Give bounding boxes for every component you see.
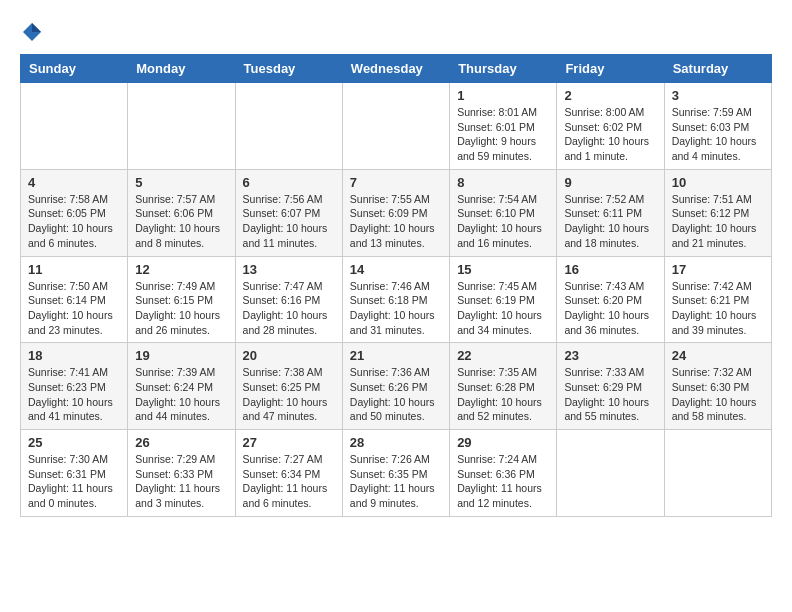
calendar-week-row: 18Sunrise: 7:41 AM Sunset: 6:23 PM Dayli… (21, 343, 772, 430)
day-number: 10 (672, 175, 764, 190)
day-number: 8 (457, 175, 549, 190)
calendar-cell (21, 83, 128, 170)
day-info: Sunrise: 7:33 AM Sunset: 6:29 PM Dayligh… (564, 365, 656, 424)
day-number: 2 (564, 88, 656, 103)
calendar-week-row: 25Sunrise: 7:30 AM Sunset: 6:31 PM Dayli… (21, 430, 772, 517)
calendar-cell: 26Sunrise: 7:29 AM Sunset: 6:33 PM Dayli… (128, 430, 235, 517)
calendar-cell: 7Sunrise: 7:55 AM Sunset: 6:09 PM Daylig… (342, 169, 449, 256)
calendar-cell: 24Sunrise: 7:32 AM Sunset: 6:30 PM Dayli… (664, 343, 771, 430)
day-number: 6 (243, 175, 335, 190)
calendar-cell: 14Sunrise: 7:46 AM Sunset: 6:18 PM Dayli… (342, 256, 449, 343)
calendar-cell: 28Sunrise: 7:26 AM Sunset: 6:35 PM Dayli… (342, 430, 449, 517)
calendar-cell: 13Sunrise: 7:47 AM Sunset: 6:16 PM Dayli… (235, 256, 342, 343)
day-info: Sunrise: 7:38 AM Sunset: 6:25 PM Dayligh… (243, 365, 335, 424)
svg-marker-1 (32, 23, 41, 32)
logo-icon (20, 20, 44, 44)
day-info: Sunrise: 7:42 AM Sunset: 6:21 PM Dayligh… (672, 279, 764, 338)
day-info: Sunrise: 7:56 AM Sunset: 6:07 PM Dayligh… (243, 192, 335, 251)
day-info: Sunrise: 7:32 AM Sunset: 6:30 PM Dayligh… (672, 365, 764, 424)
calendar-cell: 27Sunrise: 7:27 AM Sunset: 6:34 PM Dayli… (235, 430, 342, 517)
day-number: 17 (672, 262, 764, 277)
calendar-cell: 25Sunrise: 7:30 AM Sunset: 6:31 PM Dayli… (21, 430, 128, 517)
day-info: Sunrise: 7:39 AM Sunset: 6:24 PM Dayligh… (135, 365, 227, 424)
calendar-cell: 16Sunrise: 7:43 AM Sunset: 6:20 PM Dayli… (557, 256, 664, 343)
calendar-cell: 11Sunrise: 7:50 AM Sunset: 6:14 PM Dayli… (21, 256, 128, 343)
day-info: Sunrise: 7:57 AM Sunset: 6:06 PM Dayligh… (135, 192, 227, 251)
day-number: 14 (350, 262, 442, 277)
day-of-week-header: Sunday (21, 55, 128, 83)
day-of-week-header: Thursday (450, 55, 557, 83)
calendar-week-row: 1Sunrise: 8:01 AM Sunset: 6:01 PM Daylig… (21, 83, 772, 170)
calendar-cell: 4Sunrise: 7:58 AM Sunset: 6:05 PM Daylig… (21, 169, 128, 256)
day-of-week-header: Monday (128, 55, 235, 83)
day-info: Sunrise: 7:26 AM Sunset: 6:35 PM Dayligh… (350, 452, 442, 511)
calendar-cell: 29Sunrise: 7:24 AM Sunset: 6:36 PM Dayli… (450, 430, 557, 517)
calendar-cell: 10Sunrise: 7:51 AM Sunset: 6:12 PM Dayli… (664, 169, 771, 256)
day-info: Sunrise: 7:36 AM Sunset: 6:26 PM Dayligh… (350, 365, 442, 424)
day-info: Sunrise: 8:00 AM Sunset: 6:02 PM Dayligh… (564, 105, 656, 164)
day-info: Sunrise: 7:50 AM Sunset: 6:14 PM Dayligh… (28, 279, 120, 338)
calendar-cell: 23Sunrise: 7:33 AM Sunset: 6:29 PM Dayli… (557, 343, 664, 430)
day-number: 20 (243, 348, 335, 363)
calendar-table: SundayMondayTuesdayWednesdayThursdayFrid… (20, 54, 772, 517)
calendar-cell: 12Sunrise: 7:49 AM Sunset: 6:15 PM Dayli… (128, 256, 235, 343)
day-info: Sunrise: 7:52 AM Sunset: 6:11 PM Dayligh… (564, 192, 656, 251)
calendar-week-row: 4Sunrise: 7:58 AM Sunset: 6:05 PM Daylig… (21, 169, 772, 256)
day-number: 26 (135, 435, 227, 450)
calendar-cell: 20Sunrise: 7:38 AM Sunset: 6:25 PM Dayli… (235, 343, 342, 430)
calendar-cell (235, 83, 342, 170)
day-info: Sunrise: 7:55 AM Sunset: 6:09 PM Dayligh… (350, 192, 442, 251)
day-info: Sunrise: 7:30 AM Sunset: 6:31 PM Dayligh… (28, 452, 120, 511)
day-number: 21 (350, 348, 442, 363)
day-number: 13 (243, 262, 335, 277)
calendar-cell: 8Sunrise: 7:54 AM Sunset: 6:10 PM Daylig… (450, 169, 557, 256)
calendar-cell: 22Sunrise: 7:35 AM Sunset: 6:28 PM Dayli… (450, 343, 557, 430)
day-info: Sunrise: 7:27 AM Sunset: 6:34 PM Dayligh… (243, 452, 335, 511)
day-info: Sunrise: 8:01 AM Sunset: 6:01 PM Dayligh… (457, 105, 549, 164)
day-info: Sunrise: 7:45 AM Sunset: 6:19 PM Dayligh… (457, 279, 549, 338)
calendar-cell: 21Sunrise: 7:36 AM Sunset: 6:26 PM Dayli… (342, 343, 449, 430)
day-number: 27 (243, 435, 335, 450)
day-info: Sunrise: 7:47 AM Sunset: 6:16 PM Dayligh… (243, 279, 335, 338)
day-number: 23 (564, 348, 656, 363)
day-number: 4 (28, 175, 120, 190)
calendar-cell (342, 83, 449, 170)
calendar-cell: 15Sunrise: 7:45 AM Sunset: 6:19 PM Dayli… (450, 256, 557, 343)
day-info: Sunrise: 7:54 AM Sunset: 6:10 PM Dayligh… (457, 192, 549, 251)
day-of-week-header: Wednesday (342, 55, 449, 83)
calendar-cell: 1Sunrise: 8:01 AM Sunset: 6:01 PM Daylig… (450, 83, 557, 170)
calendar-cell (664, 430, 771, 517)
calendar-cell: 5Sunrise: 7:57 AM Sunset: 6:06 PM Daylig… (128, 169, 235, 256)
day-number: 12 (135, 262, 227, 277)
calendar-cell: 3Sunrise: 7:59 AM Sunset: 6:03 PM Daylig… (664, 83, 771, 170)
calendar-cell: 6Sunrise: 7:56 AM Sunset: 6:07 PM Daylig… (235, 169, 342, 256)
day-number: 11 (28, 262, 120, 277)
day-number: 9 (564, 175, 656, 190)
day-number: 29 (457, 435, 549, 450)
calendar-header-row: SundayMondayTuesdayWednesdayThursdayFrid… (21, 55, 772, 83)
day-number: 1 (457, 88, 549, 103)
calendar-cell: 17Sunrise: 7:42 AM Sunset: 6:21 PM Dayli… (664, 256, 771, 343)
calendar-cell: 19Sunrise: 7:39 AM Sunset: 6:24 PM Dayli… (128, 343, 235, 430)
calendar-cell (557, 430, 664, 517)
day-number: 3 (672, 88, 764, 103)
day-of-week-header: Saturday (664, 55, 771, 83)
calendar-cell: 2Sunrise: 8:00 AM Sunset: 6:02 PM Daylig… (557, 83, 664, 170)
day-number: 28 (350, 435, 442, 450)
page-header (20, 20, 772, 44)
calendar-cell (128, 83, 235, 170)
day-number: 18 (28, 348, 120, 363)
calendar-week-row: 11Sunrise: 7:50 AM Sunset: 6:14 PM Dayli… (21, 256, 772, 343)
day-info: Sunrise: 7:35 AM Sunset: 6:28 PM Dayligh… (457, 365, 549, 424)
day-of-week-header: Tuesday (235, 55, 342, 83)
day-info: Sunrise: 7:51 AM Sunset: 6:12 PM Dayligh… (672, 192, 764, 251)
day-number: 19 (135, 348, 227, 363)
day-number: 24 (672, 348, 764, 363)
day-number: 5 (135, 175, 227, 190)
day-info: Sunrise: 7:29 AM Sunset: 6:33 PM Dayligh… (135, 452, 227, 511)
day-info: Sunrise: 7:46 AM Sunset: 6:18 PM Dayligh… (350, 279, 442, 338)
day-number: 15 (457, 262, 549, 277)
day-number: 25 (28, 435, 120, 450)
day-info: Sunrise: 7:43 AM Sunset: 6:20 PM Dayligh… (564, 279, 656, 338)
day-number: 16 (564, 262, 656, 277)
